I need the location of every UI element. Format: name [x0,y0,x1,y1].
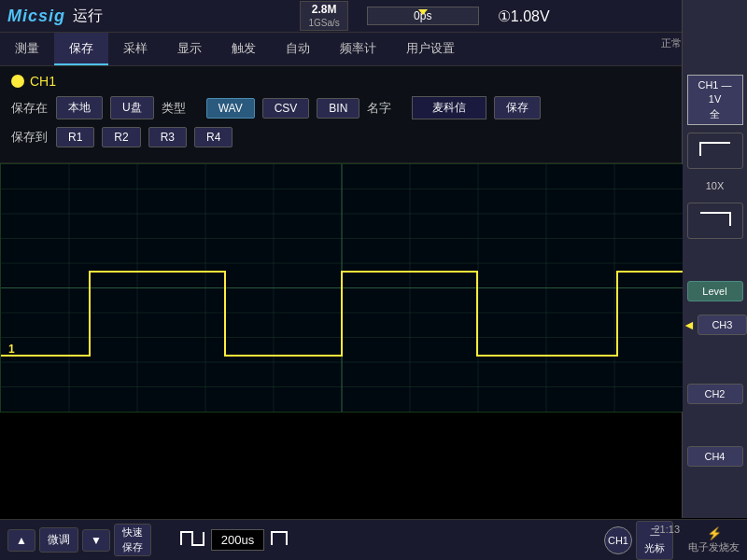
grid-container: ▼ [1,164,683,412]
normal-badge: 正常 [661,36,682,50]
sample-rate-box: 2.8M 1GSa/s [300,1,347,32]
rise-edge-icon [697,137,734,160]
save-location-label: 保存在 [11,100,49,117]
scope-display: ▼ [0,163,682,413]
down-arrow-btn[interactable]: ▼ [82,529,110,552]
r2-btn[interactable]: R2 [102,127,140,147]
run-status: 运行 [73,7,103,26]
time-display: 21:13 [654,524,680,535]
name-label: 名字 [367,100,404,117]
menu-save[interactable]: 保存 [54,33,108,65]
save-to-label: 保存到 [11,129,49,146]
main-content: CH1 保存在 本地 U盘 类型 WAV CSV BIN 名字 麦科信 保存 保… [0,66,682,413]
r4-btn[interactable]: R4 [194,127,233,147]
type-label: 类型 [162,100,199,117]
ch3-button[interactable]: CH3 [698,315,747,335]
local-btn[interactable]: 本地 [56,96,103,119]
ch4-button[interactable]: CH4 [687,446,743,467]
square-wave-icon2 [268,525,290,551]
waveform-rise-btn[interactable] [687,133,743,169]
fine-tune-label: 微调 [48,532,70,548]
sample-rate-main: 2.8M [308,3,339,18]
logo-fans-container: ⚡ 电子发烧友 [688,526,740,554]
sample-rate-sub: 1GSa/s [308,17,339,29]
waveform-symbol2 [268,525,290,555]
up-arrow-btn[interactable]: ▲ [7,529,35,552]
save-file-btn[interactable]: 保存 [494,96,541,119]
ch1-right-button[interactable]: CH1 — 1V 全 [687,75,743,125]
fans-text: 电子发烧友 [688,540,740,554]
cursor-label: 光标 [644,541,665,555]
timebase-value: 200us [211,529,264,551]
quick-save-btn[interactable]: 快速 保存 [114,524,151,555]
menu-frequency[interactable]: 频率计 [325,33,391,65]
menu-measure[interactable]: 测量 [0,33,54,65]
name-input[interactable]: 麦科信 [412,96,486,119]
ch1-text: CH1 [30,74,56,89]
fine-tune-btn[interactable]: 微调 [39,527,78,553]
level-button[interactable]: Level [687,281,743,301]
menu-bar: 测量 保存 采样 显示 触发 自动 频率计 用户设置 正常 [0,33,747,66]
waveform-symbol1 [177,525,207,555]
menu-trigger[interactable]: 触发 [217,33,271,65]
save-location-row: 保存在 本地 U盘 类型 WAV CSV BIN 名字 麦科信 保存 [11,96,670,119]
ch1-right-line3: 全 [690,107,740,121]
ch1-ground-marker: 1 [8,343,15,356]
fall-edge-icon [697,207,734,230]
menu-sample[interactable]: 采样 [108,33,162,65]
right-panel: CH1 — 1V 全 10X Level ◄ CH3 CH2 CH4 [682,0,747,518]
ch1-indicator-dot [11,75,24,88]
ch2-button[interactable]: CH2 [687,384,743,404]
ch1-right-line2: 1V [690,92,740,106]
wav-btn[interactable]: WAV [206,98,255,119]
top-bar: Micsig 运行 2.8M 1GSa/s 0ps ①1.08V [0,0,747,33]
voltage-display: ①1.08V [498,7,550,25]
ch3-arrow-icon: ◄ [683,317,696,332]
ch1-label: CH1 [11,74,670,89]
fans-icon: ⚡ [688,526,740,540]
tenx-label: 10X [687,176,743,195]
csv-btn[interactable]: CSV [262,98,310,119]
quick-save-line1: 快速 [122,526,143,539]
controls-panel: CH1 保存在 本地 U盘 类型 WAV CSV BIN 名字 麦科信 保存 保… [0,66,682,163]
down-arrow-icon: ▼ [91,534,102,547]
timebase-display[interactable]: 0ps [367,7,479,25]
bin-btn[interactable]: BIN [317,98,359,119]
menu-auto[interactable]: 自动 [271,33,325,65]
top-center-info: 2.8M 1GSa/s 0ps ①1.08V [110,1,740,32]
app-logo: Micsig [7,7,65,26]
ch1-right-line1: CH1 — [690,78,740,92]
ch1-badge[interactable]: CH1 [604,526,632,554]
square-wave-icon1 [177,525,207,551]
bottom-bar: ▲ 微调 ▼ 快速 保存 200us CH1 二 光标 ⚡ 电子发烧友 21:1… [0,519,747,560]
save-to-row: 保存到 R1 R2 R3 R4 [11,127,670,147]
usb-btn[interactable]: U盘 [110,96,154,119]
scope-grid-svg [1,164,683,412]
r1-btn[interactable]: R1 [56,127,94,147]
up-arrow-icon: ▲ [16,534,27,547]
r3-btn[interactable]: R3 [148,127,187,147]
waveform-fall-btn[interactable] [687,203,743,239]
menu-display[interactable]: 显示 [162,33,217,65]
menu-user-settings[interactable]: 用户设置 [391,33,470,65]
quick-save-line2: 保存 [122,541,143,553]
